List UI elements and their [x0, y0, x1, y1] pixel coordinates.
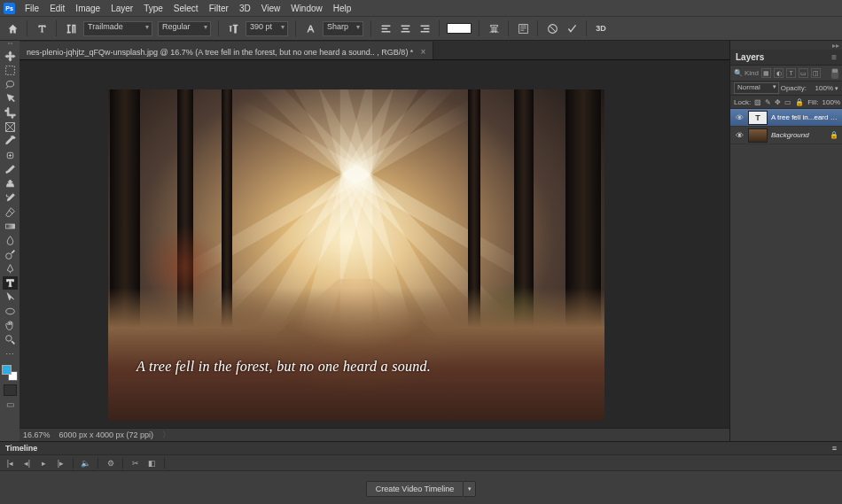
warp-text-icon[interactable] [487, 21, 501, 35]
document-tab[interactable]: nes-plenio-jqhjtz_qFQw-unsplash.jpg @ 16… [19, 42, 433, 59]
home-icon[interactable] [5, 21, 19, 35]
menu-type[interactable]: Type [144, 4, 163, 13]
layer-thumb-image-icon[interactable] [748, 128, 768, 143]
layer-row[interactable]: 👁 Background 🔒 [730, 127, 842, 144]
marquee-tool[interactable] [3, 64, 18, 77]
clone-stamp-tool[interactable] [3, 177, 18, 190]
character-panel-icon[interactable] [516, 21, 530, 35]
lock-transparent-icon[interactable]: ▨ [754, 97, 761, 106]
doc-info[interactable]: 6000 px x 4000 px (72 ppi) [59, 430, 154, 439]
panel-collapse-icon[interactable]: ▸▸ [730, 41, 842, 50]
type-tool[interactable] [3, 276, 18, 290]
move-tool[interactable] [3, 50, 18, 63]
visibility-icon[interactable]: 👁 [734, 112, 745, 123]
shape-tool[interactable] [3, 305, 18, 318]
menu-edit[interactable]: Edit [50, 4, 65, 13]
edit-toolbar-icon[interactable]: ⋯ [3, 347, 18, 361]
cancel-icon[interactable] [545, 21, 559, 35]
lasso-tool[interactable] [3, 78, 18, 91]
frame-tool[interactable] [3, 120, 18, 134]
eraser-tool[interactable] [3, 205, 18, 219]
menu-select[interactable]: Select [174, 4, 199, 13]
menu-help[interactable]: Help [333, 4, 352, 13]
opacity-chevron-icon[interactable]: ▾ [835, 85, 838, 92]
antialias-select[interactable]: Sharp [323, 21, 363, 36]
layer-row[interactable]: 👁 T A tree fell in...eard a sound. [730, 109, 842, 127]
quick-mask-icon[interactable] [4, 384, 17, 396]
3d-icon[interactable]: 3D [594, 21, 608, 35]
brush-tool[interactable] [3, 163, 18, 176]
menu-filter[interactable]: Filter [209, 4, 229, 13]
gradient-tool[interactable] [3, 220, 18, 233]
type-tool-preset-icon[interactable] [35, 21, 49, 35]
prev-frame-icon[interactable]: ◂| [22, 458, 32, 468]
layer-name[interactable]: Background [771, 131, 826, 139]
audio-mute-icon[interactable]: 🔈 [81, 458, 90, 468]
timeline-settings-icon[interactable]: ⚙ [105, 458, 115, 468]
first-frame-icon[interactable]: |◂ [5, 458, 15, 468]
zoom-tool[interactable] [3, 333, 18, 346]
close-tab-icon[interactable]: × [420, 47, 425, 57]
status-chevron-icon[interactable]: 〉 [162, 430, 170, 441]
play-icon[interactable]: ▸ [39, 458, 49, 468]
crop-tool[interactable] [3, 106, 18, 120]
font-family-select[interactable]: Trailmade [83, 21, 152, 36]
eyedropper-tool[interactable] [3, 135, 18, 148]
timeline-menu-icon[interactable]: ≡ [832, 444, 837, 453]
fill-value[interactable]: 100% [823, 98, 840, 106]
pen-tool[interactable] [3, 262, 18, 275]
menu-view[interactable]: View [261, 4, 281, 13]
text-color-swatch[interactable] [447, 23, 472, 34]
hand-tool[interactable] [3, 319, 18, 332]
filter-pixel-icon[interactable]: ▦ [761, 68, 771, 78]
filter-adjust-icon[interactable]: ◐ [774, 68, 784, 78]
filter-kind-select[interactable]: 🔍Kind [734, 69, 759, 77]
quick-select-tool[interactable] [3, 92, 18, 105]
create-timeline-chevron-icon[interactable]: ▾ [464, 481, 476, 497]
document-canvas[interactable]: A tree fell in the forest, but no one he… [108, 89, 604, 421]
lock-position-icon[interactable]: ✥ [775, 97, 781, 106]
panel-grip-icon[interactable] [3, 43, 17, 47]
menu-window[interactable]: Window [291, 4, 323, 13]
align-left-icon[interactable] [378, 21, 393, 35]
foreground-background-colors[interactable] [2, 365, 18, 381]
opacity-value[interactable]: 100% [808, 84, 833, 92]
font-style-select[interactable]: Regular [158, 21, 211, 36]
menu-layer[interactable]: Layer [111, 4, 133, 13]
dodge-tool[interactable] [3, 248, 18, 261]
align-right-icon[interactable] [417, 21, 432, 35]
filter-shape-icon[interactable]: ▭ [799, 68, 808, 78]
timeline-header[interactable]: Timeline ≡ [0, 442, 842, 455]
path-select-tool[interactable] [3, 291, 18, 304]
menu-3d[interactable]: 3D [239, 4, 251, 13]
blend-mode-select[interactable]: Normal [734, 82, 779, 94]
lock-image-icon[interactable]: ✎ [765, 97, 771, 106]
transition-icon[interactable]: ◧ [147, 458, 157, 468]
filter-toggle[interactable] [831, 68, 838, 79]
healing-brush-tool[interactable] [3, 149, 18, 162]
create-video-timeline-button[interactable]: Create Video Timeline [366, 481, 464, 497]
history-brush-tool[interactable] [3, 191, 18, 205]
font-size-select[interactable]: 390 pt [246, 21, 288, 36]
zoom-level[interactable]: 16.67% [23, 430, 51, 439]
menu-image[interactable]: Image [75, 4, 100, 13]
align-center-icon[interactable] [398, 21, 412, 35]
blur-tool[interactable] [3, 234, 18, 247]
next-frame-icon[interactable]: |▸ [56, 458, 66, 468]
text-orientation-icon[interactable] [64, 21, 78, 35]
filter-smart-icon[interactable]: ◫ [811, 68, 821, 78]
panel-menu-icon[interactable]: ≡ [831, 52, 837, 62]
commit-icon[interactable] [565, 21, 579, 35]
lock-artboard-icon[interactable]: ▭ [784, 97, 791, 106]
visibility-icon[interactable]: 👁 [734, 130, 745, 141]
layers-panel-header[interactable]: Layers ≡ [730, 50, 842, 66]
split-clip-icon[interactable]: ✂ [130, 458, 140, 468]
lock-all-icon[interactable]: 🔒 [795, 97, 804, 106]
layer-name[interactable]: A tree fell in...eard a sound. [771, 113, 838, 121]
canvas-area[interactable]: A tree fell in the forest, but no one he… [19, 60, 729, 428]
menu-file[interactable]: File [25, 4, 39, 13]
screen-mode-icon[interactable]: ▭ [6, 399, 14, 409]
layer-thumb-text-icon[interactable]: T [748, 111, 768, 125]
text-layer-caption[interactable]: A tree fell in the forest, but no one he… [136, 359, 431, 375]
filter-type-icon[interactable]: T [786, 68, 796, 78]
